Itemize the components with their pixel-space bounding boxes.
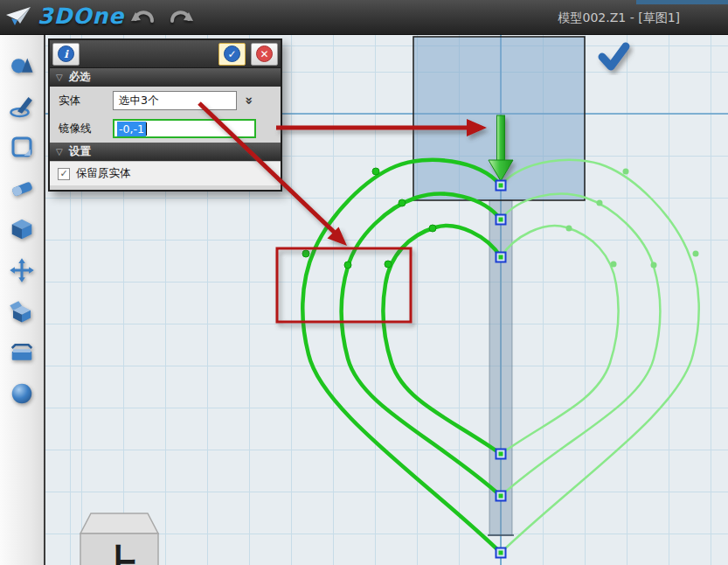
mirror-line-input[interactable]: -0,-1: [113, 119, 256, 138]
endpoint-handle[interactable]: [496, 450, 506, 459]
collapse-triangle-icon: ▽: [56, 147, 63, 157]
control-point[interactable]: [399, 199, 406, 206]
dialog-header: i ✓ ✕: [50, 40, 281, 68]
control-point[interactable]: [385, 261, 392, 268]
confirm-check-icon: ✓: [224, 45, 240, 62]
sidebar-item-section[interactable]: [4, 335, 39, 370]
control-point[interactable]: [429, 225, 436, 232]
undo-button[interactable]: [127, 5, 158, 30]
keep-original-row: ✓ 保留原实体: [50, 161, 281, 185]
control-point[interactable]: [344, 262, 351, 269]
confirm-button[interactable]: ✓: [218, 43, 246, 66]
eraser-icon: [9, 175, 35, 201]
mirror-tool-dialog: i ✓ ✕ ▽ 必选 实体 选中3个 » 镜像线 -0,-1: [48, 38, 282, 192]
info-icon: i: [58, 45, 74, 62]
mirror-line-row: 镜像线 -0,-1: [50, 115, 281, 143]
section-tray-icon: [9, 339, 35, 366]
sidebar-item-sketch-edit[interactable]: [4, 129, 39, 164]
redo-button[interactable]: [166, 5, 198, 30]
move-icon: [9, 257, 35, 283]
main-toolbar: [0, 35, 45, 565]
selected-sketch-curves[interactable]: [302, 160, 501, 553]
solid-cube-icon: [9, 216, 35, 242]
dialog-footer: [50, 185, 281, 190]
mirror-point: [611, 262, 617, 268]
sidebar-item-combine[interactable]: [4, 294, 39, 329]
mirror-curve-outer: [501, 160, 699, 553]
cancel-x-icon: ✕: [256, 45, 273, 62]
view-cube-face-label: 上: [97, 541, 140, 565]
app-logo: 3DOne: [5, 3, 124, 29]
mirror-point: [597, 200, 603, 206]
endpoint-handle[interactable]: [496, 492, 506, 501]
sketch-pencil-icon: [9, 93, 35, 119]
section-label-required: 必选: [69, 70, 91, 85]
keep-original-label: 保留原实体: [76, 166, 131, 181]
keep-original-checkbox[interactable]: ✓: [58, 168, 70, 180]
sidebar-item-move[interactable]: [4, 253, 39, 288]
primitives-icon: [9, 52, 35, 78]
mirror-point: [651, 262, 657, 269]
endpoint-handle[interactable]: [496, 548, 506, 558]
undo-icon: [129, 6, 156, 29]
sidebar-item-material[interactable]: [4, 376, 39, 411]
section-header-settings[interactable]: ▽ 设置: [50, 143, 281, 161]
application-window: 上 3DOne: [0, 0, 728, 565]
paper-plane-icon: [5, 5, 33, 28]
view-cube[interactable]: 上: [80, 513, 158, 565]
mirror-line-label: 镜像线: [59, 122, 113, 136]
mirror-point: [693, 251, 699, 257]
mirror-point: [623, 169, 629, 175]
material-sphere-icon: [9, 380, 35, 407]
sidebar-item-features[interactable]: [4, 212, 39, 247]
sketch-curve-outer[interactable]: [302, 160, 501, 553]
canvas-confirm-check-icon[interactable]: [602, 46, 626, 66]
entity-row: 实体 选中3个 »: [50, 87, 281, 115]
entity-label: 实体: [59, 94, 113, 108]
redo-icon: [169, 6, 195, 29]
mirror-preview-curves: [501, 160, 699, 553]
sketch-curve-middle[interactable]: [341, 194, 501, 496]
app-logo-text: 3DOne: [38, 3, 124, 29]
mirror-line-highlight-band: [489, 200, 512, 535]
sketch-plane-icon: [9, 134, 35, 160]
combine-icon: [9, 298, 35, 324]
control-point[interactable]: [372, 168, 379, 175]
collapse-triangle-icon: ▽: [56, 73, 63, 82]
titlebar: 3DOne 模型002.Z1 - [草图1]: [0, 0, 728, 35]
window-title: 模型002.Z1 - [草图1]: [558, 10, 680, 26]
chevron-double-down-icon[interactable]: »: [241, 88, 257, 113]
entity-input[interactable]: 选中3个: [113, 91, 237, 110]
mirror-line-value: -0,-1: [117, 122, 146, 136]
text-caret: [146, 122, 148, 136]
info-button[interactable]: i: [52, 43, 80, 66]
mirror-curve-middle: [501, 194, 661, 496]
titlebar-accent-strip: [636, 0, 728, 4]
cancel-button[interactable]: ✕: [251, 43, 278, 66]
endpoint-handle[interactable]: [496, 181, 506, 191]
control-point[interactable]: [302, 250, 309, 257]
entity-value: 选中3个: [119, 94, 158, 108]
sidebar-item-sketch[interactable]: [4, 88, 39, 123]
endpoint-handle[interactable]: [496, 253, 506, 262]
section-label-settings: 设置: [69, 144, 91, 159]
sidebar-item-erase[interactable]: [4, 171, 39, 206]
mirror-point: [566, 226, 572, 232]
section-header-required[interactable]: ▽ 必选: [50, 68, 281, 87]
sidebar-item-primitives[interactable]: [4, 47, 39, 82]
endpoint-handle[interactable]: [496, 215, 506, 225]
